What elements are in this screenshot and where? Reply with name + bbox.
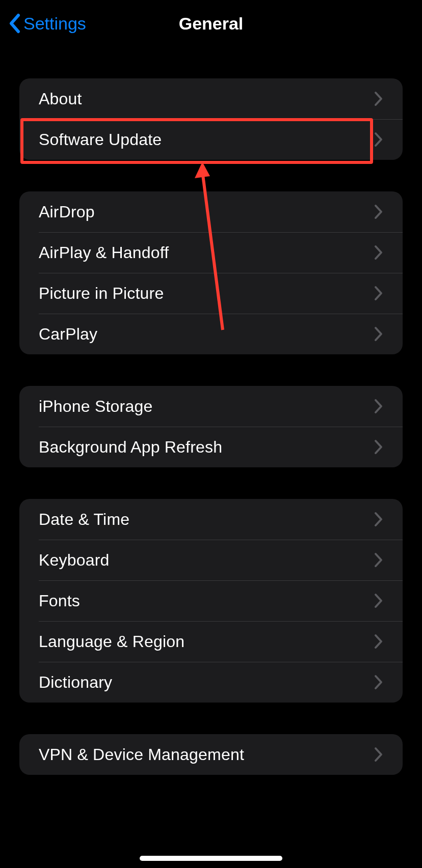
row-label: Fonts [39,592,374,610]
row-label: Language & Region [39,632,374,651]
row-label: AirDrop [39,203,374,221]
settings-group-localization: Date & Time Keyboard Fonts Language & Re… [19,499,403,703]
chevron-right-icon [374,132,383,147]
row-label: Date & Time [39,510,374,529]
row-label: Dictionary [39,673,374,692]
row-airdrop[interactable]: AirDrop [19,191,403,232]
row-dictionary[interactable]: Dictionary [19,662,403,703]
back-button[interactable]: Settings [8,0,86,47]
row-label: AirPlay & Handoff [39,243,374,262]
row-label: About [39,90,374,108]
home-indicator[interactable] [140,856,282,861]
chevron-right-icon [374,286,383,301]
chevron-left-icon [8,13,20,34]
chevron-right-icon [374,326,383,342]
back-button-label: Settings [23,14,86,34]
chevron-right-icon [374,399,383,414]
row-label: Background App Refresh [39,438,374,457]
row-label: VPN & Device Management [39,745,374,764]
row-about[interactable]: About [19,78,403,119]
row-label: iPhone Storage [39,397,374,416]
row-iphone-storage[interactable]: iPhone Storage [19,386,403,427]
row-software-update[interactable]: Software Update [19,119,403,160]
page-title: General [179,14,244,34]
row-carplay[interactable]: CarPlay [19,314,403,354]
chevron-right-icon [374,204,383,219]
chevron-right-icon [374,245,383,260]
chevron-right-icon [374,675,383,690]
settings-group-connectivity: AirDrop AirPlay & Handoff Picture in Pic… [19,191,403,354]
row-fonts[interactable]: Fonts [19,580,403,621]
settings-group-storage: iPhone Storage Background App Refresh [19,386,403,467]
row-label: Keyboard [39,551,374,570]
settings-group-management: VPN & Device Management [19,734,403,775]
row-vpn-device-management[interactable]: VPN & Device Management [19,734,403,775]
settings-group-about: About Software Update [19,78,403,160]
row-label: Picture in Picture [39,284,374,303]
row-airplay-handoff[interactable]: AirPlay & Handoff [19,232,403,273]
row-label: Software Update [39,130,374,149]
row-label: CarPlay [39,325,374,344]
chevron-right-icon [374,634,383,649]
row-background-app-refresh[interactable]: Background App Refresh [19,427,403,467]
content-area: About Software Update AirDrop A [0,47,422,868]
chevron-right-icon [374,512,383,527]
chevron-right-icon [374,439,383,455]
row-date-time[interactable]: Date & Time [19,499,403,540]
row-keyboard[interactable]: Keyboard [19,540,403,580]
chevron-right-icon [374,91,383,106]
row-language-region[interactable]: Language & Region [19,621,403,662]
chevron-right-icon [374,593,383,608]
row-picture-in-picture[interactable]: Picture in Picture [19,273,403,314]
chevron-right-icon [374,747,383,762]
navigation-bar: Settings General [0,0,422,47]
chevron-right-icon [374,552,383,568]
general-settings-screen: Settings General About Software Update A [0,0,422,868]
